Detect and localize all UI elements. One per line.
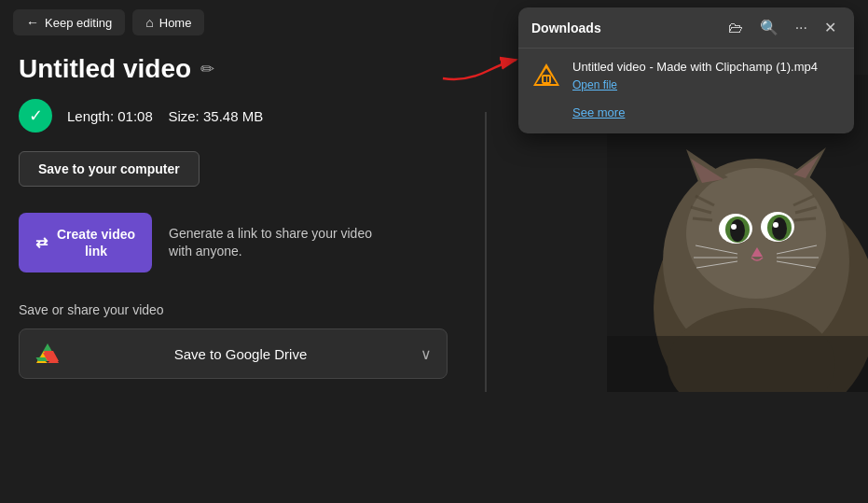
arrow-left-icon: ← <box>26 15 39 30</box>
more-icon: ··· <box>795 20 807 35</box>
popup-header: Downloads 🗁 🔍 ··· ✕ <box>518 7 854 49</box>
folder-icon: 🗁 <box>728 20 743 35</box>
popup-search-button[interactable]: 🔍 <box>755 17 783 38</box>
size-text: Size: 35.48 MB <box>168 108 263 124</box>
search-icon: 🔍 <box>760 20 778 35</box>
close-icon: ✕ <box>824 20 836 35</box>
svg-point-25 <box>731 224 737 230</box>
svg-rect-35 <box>607 336 868 392</box>
home-icon: ⌂ <box>145 15 153 30</box>
home-label: Home <box>159 16 192 30</box>
length-text: Length: 01:08 <box>67 108 153 124</box>
create-video-link-button[interactable]: ⇄ Create video link <box>19 213 152 272</box>
svg-point-26 <box>773 222 778 228</box>
vertical-divider <box>485 112 487 392</box>
svg-point-8 <box>686 168 826 299</box>
video-title: Untitled video <box>19 54 191 84</box>
download-item: Untitled video - Made with Clipchamp (1)… <box>518 49 854 96</box>
see-more-row: See more <box>518 96 854 133</box>
video-info-text: Length: 01:08 Size: 35.48 MB <box>67 108 263 124</box>
vlc-icon <box>531 62 561 91</box>
edit-title-icon[interactable]: ✏ <box>200 59 214 79</box>
google-drive-icon <box>34 341 61 367</box>
check-circle: ✓ <box>19 99 52 133</box>
popup-title: Downloads <box>531 21 723 35</box>
save-to-computer-button[interactable]: Save to your computer <box>19 151 200 187</box>
popup-folder-button[interactable]: 🗁 <box>723 18 748 38</box>
home-button[interactable]: ⌂ Home <box>132 9 204 35</box>
downloads-popup: Downloads 🗁 🔍 ··· ✕ <box>518 7 854 133</box>
popup-more-button[interactable]: ··· <box>791 18 812 38</box>
popup-close-button[interactable]: ✕ <box>820 17 841 38</box>
chevron-down-icon: ∨ <box>420 345 432 363</box>
svg-point-24 <box>772 217 787 240</box>
open-file-link[interactable]: Open file <box>572 78 617 91</box>
google-drive-button[interactable]: Save to Google Drive ∨ <box>19 328 448 379</box>
svg-rect-40 <box>544 77 546 82</box>
svg-line-18 <box>794 218 816 220</box>
create-link-description: Generate a link to share your video with… <box>169 225 374 261</box>
svg-line-15 <box>693 218 712 220</box>
create-link-label: Create video link <box>57 226 135 259</box>
keep-editing-label: Keep editing <box>45 16 112 30</box>
keep-editing-button[interactable]: ← Keep editing <box>13 9 125 35</box>
google-drive-label: Save to Google Drive <box>74 346 407 362</box>
file-name: Untitled video - Made with Clipchamp (1)… <box>572 60 841 74</box>
link-icon: ⇄ <box>35 233 48 253</box>
svg-rect-41 <box>547 77 549 82</box>
checkmark-icon: ✓ <box>29 105 43 126</box>
popup-actions: 🗁 🔍 ··· ✕ <box>723 17 841 38</box>
svg-point-23 <box>730 219 745 242</box>
file-info: Untitled video - Made with Clipchamp (1)… <box>572 60 841 92</box>
see-more-link[interactable]: See more <box>572 105 625 119</box>
